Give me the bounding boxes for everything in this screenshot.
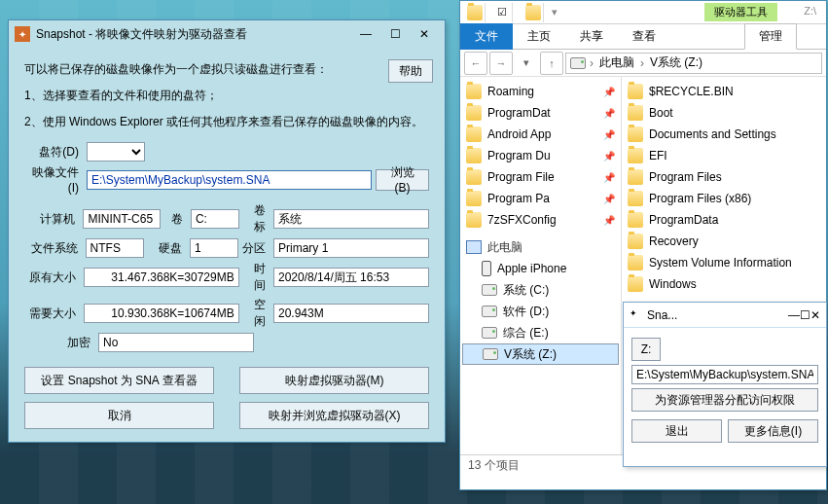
pin-icon: 📌: [603, 215, 615, 226]
tab-file[interactable]: 文件: [460, 23, 513, 50]
item-label: Roaming: [487, 85, 534, 98]
folder-icon: [628, 84, 643, 99]
this-pc-header[interactable]: 此电脑: [462, 236, 619, 258]
imagefile-input[interactable]: [87, 170, 372, 190]
map-drive-button[interactable]: 映射虚拟驱动器(M): [239, 367, 429, 394]
tab-manage[interactable]: 管理: [744, 23, 797, 50]
item-label: Documents and Settings: [649, 127, 776, 141]
folder-item[interactable]: Windows: [624, 273, 824, 295]
properties-icon[interactable]: ☑: [491, 3, 513, 22]
history-dropdown-icon[interactable]: ▾: [515, 52, 538, 75]
item-label: 此电脑: [487, 239, 522, 256]
item-label: 软件 (D:): [503, 304, 549, 320]
phone-icon: [482, 261, 491, 276]
folder-icon[interactable]: [464, 3, 486, 22]
folder-item[interactable]: Recovery: [624, 231, 824, 252]
folder-icon: [466, 191, 482, 206]
quick-access-item[interactable]: Program Du📌: [462, 145, 619, 166]
encrypt-value: [98, 333, 254, 352]
vollabel-value: [273, 209, 429, 229]
browse-button[interactable]: 浏览(B): [376, 169, 429, 191]
item-label: 系统 (C:): [503, 282, 549, 299]
qat-dropdown-icon[interactable]: ▾: [544, 3, 565, 22]
set-viewer-button[interactable]: 设置 Snapshot 为 SNA 查看器: [24, 367, 214, 394]
quick-access-item[interactable]: 7zSFXConfig📌: [462, 209, 619, 231]
folder-item[interactable]: ProgramData: [624, 209, 824, 231]
folder-icon: [628, 234, 643, 249]
drive-letter-label: 盘符(D): [24, 144, 83, 161]
quick-access-item[interactable]: Program File📌: [462, 166, 619, 188]
drive-letter-select[interactable]: [87, 142, 145, 162]
drive-tools-header: 驱动器工具: [704, 3, 777, 21]
snapshot-icon: ✦: [15, 26, 30, 42]
time-value: [273, 268, 429, 287]
crumb-drive[interactable]: V系统 (Z:): [648, 54, 704, 71]
quick-access-item[interactable]: ProgramDat📌: [462, 102, 619, 124]
grant-permission-button[interactable]: 为资源管理器分配访问权限: [631, 388, 818, 412]
volume-value: [191, 209, 239, 229]
tab-share[interactable]: 共享: [565, 23, 618, 50]
folder-item[interactable]: EFI: [624, 145, 824, 166]
nav-drive-item[interactable]: 软件 (D:): [462, 301, 619, 322]
item-count: 13 个项目: [468, 457, 520, 474]
volume-label: 卷: [164, 211, 186, 228]
open-folder-icon[interactable]: [522, 3, 544, 22]
item-label: 7zSFXConfig: [487, 213, 557, 227]
breadcrumb[interactable]: › 此电脑 › V系统 (Z:): [565, 53, 822, 74]
folder-icon: [466, 148, 482, 163]
maximize-button[interactable]: ☐: [800, 308, 810, 322]
up-button[interactable]: ↑: [540, 52, 563, 75]
titlebar[interactable]: ✦ Snapshot - 将映像文件映射为驱动器查看 — ☐ ✕: [9, 20, 445, 48]
folder-icon: [628, 276, 643, 292]
quick-access-item[interactable]: Android App📌: [462, 124, 619, 145]
back-button[interactable]: ←: [464, 52, 487, 75]
folder-item[interactable]: Program Files: [624, 166, 824, 188]
sna-mini-window: ✦ Sna... — ☐ ✕ Z: 为资源管理器分配访问权限 退出 更多信息(I…: [623, 302, 827, 467]
nav-drive-item[interactable]: 系统 (C:): [462, 279, 619, 301]
forward-button[interactable]: →: [489, 52, 513, 75]
folder-item[interactable]: Program Files (x86): [624, 188, 824, 209]
pin-icon: 📌: [603, 194, 615, 204]
item-label: Recovery: [649, 234, 699, 248]
folder-item[interactable]: $RECYCLE.BIN: [624, 81, 824, 102]
folder-icon: [628, 255, 643, 270]
nav-drive-item[interactable]: Apple iPhone: [462, 258, 619, 279]
partition-value: [273, 238, 429, 258]
map-browse-button[interactable]: 映射并浏览虚拟驱动器(X): [239, 402, 429, 429]
crumb-pc[interactable]: 此电脑: [597, 54, 636, 71]
nav-drive-item[interactable]: V系统 (Z:): [462, 343, 619, 365]
pin-icon: 📌: [603, 151, 615, 162]
maximize-button[interactable]: ☐: [380, 24, 410, 44]
tab-view[interactable]: 查看: [618, 23, 670, 50]
window-title: Snapshot - 将映像文件映射为驱动器查看: [36, 26, 351, 43]
nav-drive-item[interactable]: 综合 (E:): [462, 322, 619, 343]
close-button[interactable]: ✕: [410, 24, 439, 44]
ribbon-tabs: 文件 主页 共享 查看 管理: [460, 24, 826, 50]
exit-button[interactable]: 退出: [631, 419, 722, 443]
folder-item[interactable]: Boot: [624, 102, 824, 124]
folder-icon: [466, 169, 482, 185]
disk-label: 硬盘: [148, 240, 186, 257]
pin-icon: 📌: [603, 87, 615, 97]
disk-value: [190, 238, 238, 258]
tab-home[interactable]: 主页: [513, 23, 565, 50]
folder-item[interactable]: Documents and Settings: [624, 124, 824, 145]
help-button[interactable]: 帮助: [388, 59, 433, 83]
quick-access-item[interactable]: Program Pa📌: [462, 188, 619, 209]
path-display: [631, 365, 818, 384]
quick-access-item[interactable]: Roaming📌: [462, 81, 619, 102]
minimize-button[interactable]: —: [351, 24, 380, 44]
item-label: EFI: [649, 149, 667, 162]
folder-icon: [628, 212, 643, 228]
drive-icon: [482, 327, 497, 339]
drive-button[interactable]: Z:: [631, 338, 661, 361]
cancel-button[interactable]: 取消: [24, 402, 214, 429]
folder-item[interactable]: System Volume Information: [624, 252, 824, 273]
folder-icon: [628, 191, 643, 206]
titlebar[interactable]: ✦ Sna... — ☐ ✕: [624, 303, 826, 328]
close-button[interactable]: ✕: [810, 308, 820, 322]
step2-text: 2、使用 Windows Explorer 或任何其他程序来查看已保存的磁盘映像…: [24, 114, 429, 130]
more-info-button[interactable]: 更多信息(I): [728, 419, 818, 443]
imagefile-label: 映像文件(I): [24, 164, 83, 195]
minimize-button[interactable]: —: [788, 308, 800, 322]
